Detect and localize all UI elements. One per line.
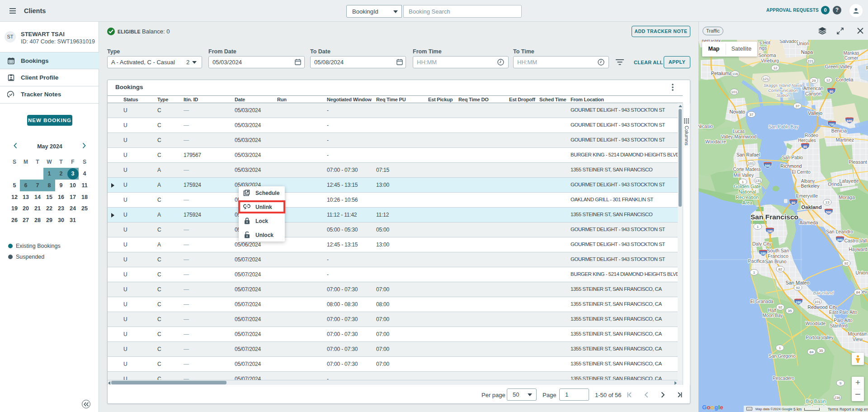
svg-text:Richmond: Richmond <box>780 163 802 169</box>
svg-text:Moon Bay: Moon Bay <box>762 313 783 318</box>
svg-text:San Bruno: San Bruno <box>765 259 787 264</box>
svg-text:131: 131 <box>755 179 761 183</box>
svg-text:80: 80 <box>792 201 795 205</box>
svg-text:Bair Island: Bair Island <box>813 290 834 295</box>
svg-text:Petaluma: Petaluma <box>711 71 732 76</box>
svg-text:Moraga: Moraga <box>839 194 855 200</box>
svg-text:1: 1 <box>757 225 759 229</box>
svg-text:Portola Valley: Portola Valley <box>806 335 834 340</box>
svg-text:82: 82 <box>778 267 783 271</box>
svg-text:221: 221 <box>807 59 814 63</box>
svg-text:Martinez: Martinez <box>836 137 854 142</box>
svg-text:San Gregorio: San Gregorio <box>769 354 796 359</box>
svg-text:37: 37 <box>750 113 754 117</box>
svg-text:Lafayette: Lafayette <box>839 178 859 184</box>
svg-text:Golden Gate: Golden Gate <box>734 184 761 189</box>
svg-text:East Palo Alto: East Palo Alto <box>829 310 858 315</box>
svg-text:Stanford: Stanford <box>830 323 848 328</box>
svg-text:1: 1 <box>742 180 744 184</box>
svg-text:580: 580 <box>765 164 771 168</box>
svg-text:Vineburg: Vineburg <box>761 58 779 63</box>
svg-text:Alameda: Alameda <box>799 220 818 225</box>
svg-text:Francisco: Francisco <box>768 253 788 259</box>
svg-text:80: 80 <box>803 145 807 149</box>
svg-text:Recreation: Recreation <box>736 194 759 200</box>
svg-text:Woodside: Woodside <box>806 321 826 326</box>
svg-text:Hercules: Hercules <box>798 138 816 143</box>
svg-text:Castro Vall: Castro Vall <box>844 238 867 243</box>
svg-text:Fair: Fair <box>866 65 868 71</box>
svg-text:South San: South San <box>767 248 789 253</box>
svg-text:Woodacre: Woodacre <box>705 139 726 144</box>
svg-text:84: 84 <box>856 290 860 294</box>
svg-text:Benicia: Benicia <box>831 128 847 133</box>
svg-text:35: 35 <box>788 309 792 313</box>
svg-text:Cordelia: Cordelia <box>835 77 853 82</box>
svg-text:San Francisco: San Francisco <box>750 213 798 221</box>
svg-text:El Granada: El Granada <box>750 299 774 304</box>
svg-text:101: 101 <box>748 161 754 166</box>
svg-text:Skaggs Island Naval: Skaggs Island Naval <box>764 83 803 88</box>
svg-text:116: 116 <box>732 72 738 76</box>
svg-text:Pescadero: Pescadero <box>773 376 794 381</box>
svg-text:780: 780 <box>829 123 835 127</box>
svg-text:Canyon: Canyon <box>805 91 821 96</box>
svg-text:Lucas: Lucas <box>733 129 745 134</box>
svg-text:San Pablo: San Pablo <box>782 155 803 160</box>
svg-text:236: 236 <box>834 396 840 400</box>
svg-text:92: 92 <box>796 286 800 290</box>
svg-text:s Hot: s Hot <box>760 40 771 45</box>
svg-text:Oakland: Oakland <box>801 204 821 210</box>
svg-text:Valley-Marinwood: Valley-Marinwood <box>721 134 757 139</box>
svg-text:101: 101 <box>814 300 821 304</box>
svg-text:Corte Madera: Corte Madera <box>733 167 761 172</box>
svg-text:Daly City: Daly City <box>752 241 772 246</box>
svg-text:92: 92 <box>844 261 849 265</box>
svg-text:Napa: Napa <box>801 49 813 55</box>
svg-text:121: 121 <box>763 77 769 81</box>
svg-text:37: 37 <box>796 104 800 108</box>
svg-text:80: 80 <box>830 90 833 94</box>
svg-text:Pacifica: Pacifica <box>748 258 765 264</box>
svg-text:Rodeo: Rodeo <box>805 133 818 138</box>
svg-text:Mountain: Mountain <box>848 331 867 336</box>
svg-text:29: 29 <box>812 79 816 83</box>
svg-text:92: 92 <box>778 305 783 309</box>
svg-text:Big Basin: Big Basin <box>806 398 826 404</box>
svg-text:El Cerrito: El Cerrito <box>792 170 811 175</box>
svg-text:San Leandro: San Leandro <box>826 229 853 234</box>
svg-text:Novato: Novato <box>730 109 745 114</box>
svg-text:View: View <box>853 336 863 342</box>
svg-text:Redwood City: Redwood City <box>807 304 837 310</box>
svg-text:Communication: Communication <box>768 88 798 93</box>
svg-text:84: 84 <box>810 350 814 354</box>
svg-text:580: 580 <box>826 210 832 214</box>
svg-text:280: 280 <box>796 300 802 304</box>
svg-text:National: National <box>739 189 756 194</box>
svg-text:Nicasio: Nicasio <box>698 123 713 129</box>
svg-text:Station: Station <box>776 93 790 98</box>
svg-text:Sonoma: Sonoma <box>758 52 776 58</box>
svg-text:Hayward: Hayward <box>849 246 868 252</box>
svg-text:13: 13 <box>826 200 830 204</box>
svg-text:1: 1 <box>779 346 781 350</box>
svg-text:Corner: Corner <box>844 56 859 61</box>
svg-text:280: 280 <box>760 251 766 256</box>
svg-text:101: 101 <box>731 90 737 94</box>
svg-text:Pleasant: Pleasant <box>849 159 867 165</box>
svg-text:San Pablo Bay: San Pablo Bay <box>769 124 798 129</box>
svg-text:Mankas: Mankas <box>843 51 859 56</box>
svg-text:9: 9 <box>840 381 842 385</box>
svg-text:12: 12 <box>826 78 830 82</box>
svg-text:Berkeley: Berkeley <box>801 183 820 189</box>
svg-text:San Rafael: San Rafael <box>736 152 760 157</box>
svg-text:Union: Union <box>797 41 809 46</box>
svg-text:ngs: ngs <box>760 45 767 51</box>
svg-text:880: 880 <box>837 238 843 242</box>
svg-text:1: 1 <box>753 270 755 275</box>
svg-text:Palo Alto: Palo Alto <box>834 317 853 323</box>
svg-text:American: American <box>803 85 824 91</box>
svg-text:Area: Area <box>742 200 752 205</box>
svg-text:Union: Union <box>856 270 868 275</box>
svg-text:280: 280 <box>767 229 773 233</box>
